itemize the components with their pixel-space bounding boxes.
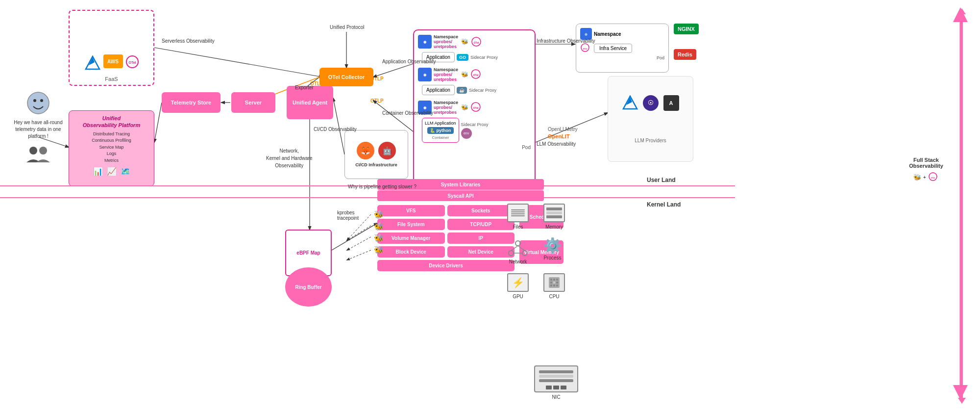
python-icon: 🐍 python <box>427 127 454 134</box>
telemetry-store-box: Telemetry Store <box>162 92 220 113</box>
unified-protocol-label: Unified Protocol <box>330 25 365 30</box>
gitlab-icon: 🦊 <box>357 142 374 159</box>
ip-item: IP <box>447 233 515 244</box>
java-icon: ☕ <box>457 87 467 94</box>
files-icon-group: Files <box>507 204 529 230</box>
volmgr-item: Volume Manager <box>377 233 445 244</box>
bee-3: 🐝 <box>374 233 384 243</box>
svg-line-18 <box>347 237 371 250</box>
redis-box: Redis <box>674 49 696 60</box>
azure-llm-icon <box>622 95 638 111</box>
svg-point-27 <box>40 99 43 102</box>
faas-box: AWS OTel FaaS <box>69 10 154 86</box>
llm-app-box: LLM Application 🐍 python Container <box>422 118 459 143</box>
svg-line-19 <box>347 250 371 260</box>
obs-feature-3: Service Map <box>92 144 131 151</box>
cpu-label: CPU <box>549 294 559 299</box>
devdrivers-item: Device Drivers <box>377 260 514 271</box>
network-kernel-label: Network,Kernel and HardwareObservability <box>266 147 313 169</box>
memory-label: Memory <box>545 224 563 230</box>
svg-line-15 <box>332 223 377 250</box>
diagram-container: AWS OTel FaaS Serverless Observability H… <box>0 0 980 414</box>
svg-line-0 <box>154 48 322 77</box>
otel-collector-label: OTel Collector <box>328 74 365 80</box>
namespace-python-row: ⎈ Namespaceuprobes/uretprobes 🐝 OTel <box>418 100 531 115</box>
bee-4: 🐝 <box>374 245 384 255</box>
infra-namespace-label: Namespace <box>594 31 621 37</box>
svg-line-17 <box>347 226 371 240</box>
obs-feature-4: Logs <box>92 151 131 157</box>
gear-icon: ⚙️ <box>543 238 562 253</box>
kprobes-label: kprobestracepoint <box>337 210 359 221</box>
infra-service-box: Infra Service <box>594 44 632 53</box>
container-label: Container <box>425 135 456 140</box>
otel-bee-3: 🐝 <box>461 104 468 111</box>
cicd-question: Why is pipeline getting slower ? <box>348 184 416 189</box>
bee-fso: 🐝 <box>913 174 921 181</box>
svg-point-25 <box>27 92 49 114</box>
blockdev-item: Block Device <box>377 246 445 258</box>
obs-feature-1: Distributed Tracing <box>92 131 131 138</box>
ring-buffer-box: Ring Buffer <box>285 267 332 307</box>
svg-point-28 <box>29 147 37 155</box>
jenkins-icon: 🤖 <box>378 142 396 159</box>
fso-arrow-up <box>958 8 966 14</box>
hw-row-3: ⚡ GPU <box>507 273 728 299</box>
llm-providers-box: ⦿ A LLM Providers <box>608 76 693 162</box>
svg-text:OTel: OTel <box>128 61 136 64</box>
cpu-icon-group: CPU <box>543 273 565 299</box>
otel-collector-box: OTel Collector <box>319 68 373 86</box>
nic-group: NIC <box>534 365 578 400</box>
user-message: Hey we have all-round telemetry data in … <box>9 119 68 140</box>
svg-text:OTel: OTel <box>473 74 479 77</box>
sidecar-java: Sidecar Proxy <box>469 88 496 93</box>
namespace-label-2: Namespaceuprobes/uretprobes <box>434 67 458 82</box>
namespace-label-1: Namespaceuprobes/uretprobes <box>434 34 458 49</box>
app-box-java: Application <box>422 85 455 95</box>
llm-providers-label: LLM Providers <box>635 138 666 143</box>
gpu-label: GPU <box>513 294 523 299</box>
svg-line-7 <box>373 64 413 77</box>
network-svg <box>507 238 529 257</box>
ring-buffer-label: Ring Buffer <box>295 285 321 290</box>
network-label: Network <box>509 259 527 264</box>
namespace-java-row: ⎈ Namespaceuprobes/uretprobes 🐝 OTel <box>418 67 531 82</box>
infra-pod-box: ⎈ Namespace OTel Infra Service Pod <box>576 24 669 73</box>
app-go-row: Application GO Sidecar Proxy <box>422 52 531 62</box>
otel-icon-2: OTel <box>470 69 482 80</box>
svg-line-44 <box>518 246 525 251</box>
vfs-item: VFS <box>377 205 445 216</box>
otel-bee-1: 🐝 <box>461 38 468 45</box>
pod-label: Pod <box>418 145 531 150</box>
obs-feature-5: Metrics <box>92 157 131 164</box>
nginx-icon: NGINX <box>674 24 699 34</box>
svg-line-43 <box>511 246 518 251</box>
svg-text:OTel: OTel <box>583 48 588 50</box>
sockets-item: Sockets <box>447 205 515 216</box>
syscall-api-bar: Syscall API <box>377 190 544 201</box>
unified-agent-box: Unified Agent <box>287 86 333 119</box>
hardware-area: Files Memory <box>507 204 728 299</box>
server-label: Server <box>245 100 262 105</box>
anthropic-icon: A <box>663 95 679 111</box>
svg-point-40 <box>515 241 520 246</box>
files-label: Files <box>513 224 523 230</box>
app-java-row: Application ☕ Sidecar Proxy <box>422 85 531 95</box>
gpu-bolt-icon: ⚡ <box>507 273 529 292</box>
user-land-label: User Land <box>647 177 676 183</box>
openai-icon: ⦿ <box>643 95 659 111</box>
hw-row-2: Network ⚙️ Process <box>507 238 728 264</box>
kernel-land-line <box>0 197 735 198</box>
k8s-pod-main: ⎈ Namespaceuprobes/uretprobes 🐝 OTel App… <box>413 29 536 189</box>
cicd-box: 🦊 🤖 CI/CD Infrastructure <box>344 130 408 179</box>
cpu-chip-icon <box>549 277 560 288</box>
hw-row-1: Files Memory <box>507 204 728 230</box>
redis-icon: Redis <box>674 49 696 60</box>
go-icon: GO <box>457 54 468 61</box>
otlp-label-4: OTLP <box>370 98 384 104</box>
sidecar-go: Sidecar Proxy <box>470 55 498 60</box>
k8s-icon-2: ⎈ <box>418 68 432 81</box>
faas-label: FaaS <box>105 76 118 82</box>
svg-point-41 <box>509 251 514 256</box>
svg-point-29 <box>39 147 47 155</box>
